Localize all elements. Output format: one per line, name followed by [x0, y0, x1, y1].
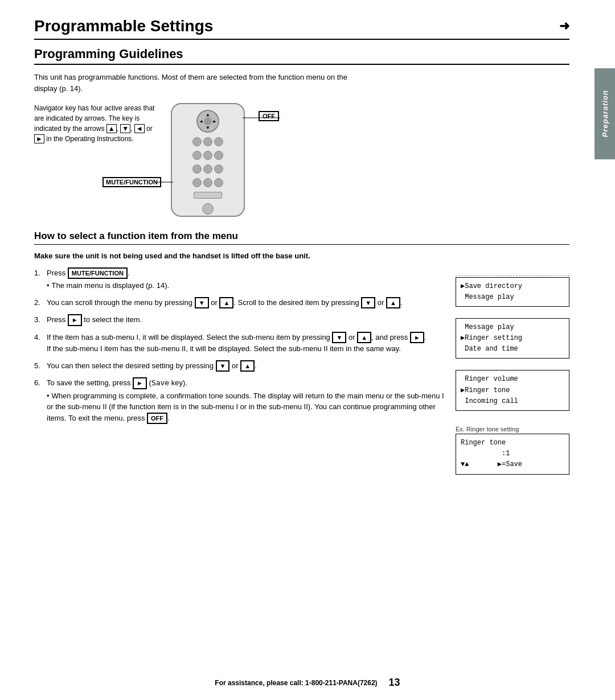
- lcd-screen-4: Ex. Ringer tone setting Ringer tone :1 ▼…: [456, 426, 569, 475]
- navigator-section: Navigator key has four active areas that…: [34, 103, 569, 217]
- step-4: 4. If the item has a sub-menu I, it will…: [34, 332, 444, 355]
- section-title: Programming Guidelines: [34, 47, 569, 65]
- step-3: 3. Press ► to select the item.: [34, 314, 444, 326]
- button-grid-2: [192, 151, 223, 160]
- step-5-main: 5. You can then select the desired setti…: [34, 360, 444, 372]
- bottom-button: [202, 203, 214, 215]
- lcd4-label: Ex. Ringer tone setting: [456, 426, 569, 433]
- side-tab-label: Preparation: [601, 90, 609, 137]
- phone-diagram: OFF ▲ ▼ ◄ ►: [171, 103, 245, 217]
- step-3-main: 3. Press ► to select the item.: [34, 314, 444, 326]
- page-header: Programmable Settings ➜: [34, 17, 569, 40]
- up-key3: ▲: [357, 332, 371, 344]
- off-key: OFF: [147, 413, 167, 425]
- navigator-text: Navigator key has four active areas that…: [34, 103, 159, 144]
- step-4-text: If the item has a sub-menu I, it will be…: [47, 332, 427, 355]
- intro-text: This unit has programmable functions. Mo…: [34, 72, 353, 94]
- step-1-sub: The main menu is displayed (p. 14).: [47, 280, 444, 291]
- step-6-main: 6. To save the setting, press ► (Save ke…: [34, 377, 444, 389]
- lcd1-display: ▶Save directory Message play: [456, 277, 569, 307]
- step-6: 6. To save the setting, press ► (Save ke…: [34, 377, 444, 424]
- steps-right: ▶Save directory Message play Message pla…: [456, 267, 569, 475]
- down-key3: ▼: [332, 332, 346, 344]
- bold-note: Make sure the unit is not being used and…: [34, 250, 569, 262]
- nav-right-arrow: ►: [212, 119, 217, 124]
- nav-key: ▲ ▼ ◄ ►: [196, 110, 219, 133]
- btn12: [214, 178, 223, 187]
- steps-layout: 1. Press MUTE/FUNCTION. The main menu is…: [34, 267, 569, 475]
- btn7: [192, 164, 202, 174]
- step-5: 5. You can then select the desired setti…: [34, 360, 444, 372]
- button-grid-4: [192, 178, 223, 187]
- down-key4: ▼: [216, 360, 230, 372]
- step-2: 2. You can scroll through the menu by pr…: [34, 297, 444, 309]
- phone-illustration: ▲ ▼ ◄ ►: [171, 103, 245, 217]
- mute-label: MUTE/FUNCTION: [102, 177, 161, 187]
- up-key: ▲: [219, 297, 233, 309]
- steps-left: 1. Press MUTE/FUNCTION. The main menu is…: [34, 267, 444, 475]
- btn9: [214, 164, 223, 174]
- step-3-text: Press ► to select the item.: [47, 314, 142, 326]
- down-key: ▼: [195, 297, 209, 309]
- lcd2-display: Message play ▶Ringer setting Date and ti…: [456, 318, 569, 359]
- up-key2: ▲: [386, 297, 400, 309]
- step-1: 1. Press MUTE/FUNCTION. The main menu is…: [34, 267, 444, 291]
- step-6-text: To save the setting, press ► (Save key).: [47, 377, 187, 389]
- step-1-text: Press MUTE/FUNCTION.: [47, 267, 130, 279]
- page-container: Preparation Programmable Settings ➜ Prog…: [0, 0, 615, 700]
- nav-up-arrow: ▲: [206, 112, 210, 117]
- off-line: [243, 114, 280, 121]
- btn5: [203, 151, 212, 160]
- btn4: [192, 151, 202, 160]
- nav-down-arrow: ▼: [206, 125, 210, 130]
- footer-pagenum: 13: [389, 677, 400, 689]
- lcd-screen-1: ▶Save directory Message play: [456, 275, 569, 307]
- btn11: [203, 178, 212, 187]
- step-2-text: You can scroll through the menu by press…: [47, 297, 402, 309]
- btn3: [214, 137, 223, 146]
- lcd1-dashes: [456, 275, 569, 276]
- page-title: Programmable Settings: [34, 17, 559, 35]
- right-key3: ►: [133, 377, 147, 389]
- lcd-screen-2: Message play ▶Ringer setting Date and ti…: [456, 318, 569, 359]
- step-1-main: 1. Press MUTE/FUNCTION.: [34, 267, 444, 279]
- lcd3-display: Ringer volume ▶Ringer tone Incoming call: [456, 370, 569, 411]
- right-key: ►: [68, 314, 82, 326]
- btn1: [192, 137, 202, 146]
- btn10: [192, 178, 202, 187]
- btn8: [203, 164, 212, 174]
- button-grid-3: [192, 164, 223, 174]
- page-footer: For assistance, please call: 1-800-211-P…: [0, 677, 615, 689]
- button-grid-1: [192, 137, 223, 146]
- up-key4: ▲: [240, 360, 255, 372]
- header-arrow: ➜: [559, 19, 569, 34]
- down-key2: ▼: [361, 297, 375, 309]
- mute-function-key: MUTE/FUNCTION: [68, 267, 128, 279]
- btn2: [203, 137, 212, 146]
- btn6: [214, 151, 223, 160]
- mute-line: [155, 179, 173, 186]
- nav-left-arrow: ◄: [199, 119, 203, 124]
- footer-assist: For assistance, please call: 1-800-211-P…: [215, 679, 377, 687]
- step-2-main: 2. You can scroll through the menu by pr…: [34, 297, 444, 309]
- navigator-label: Navigator key has four active areas that…: [34, 104, 154, 143]
- subsection-title: How to select a function item from the m…: [34, 230, 569, 245]
- side-tab: Preparation: [594, 68, 615, 159]
- nav-center: [204, 117, 212, 125]
- lcd-screen-3: Ringer volume ▶Ringer tone Incoming call: [456, 370, 569, 411]
- step-4-main: 4. If the item has a sub-menu I, it will…: [34, 332, 444, 355]
- step-5-text: You can then select the desired setting …: [47, 360, 257, 372]
- lcd4-display: Ringer tone :1 ▼▲ ▶=Save: [456, 434, 569, 475]
- mute-button: [194, 192, 222, 199]
- main-content: Programmable Settings ➜ Programming Guid…: [0, 0, 615, 700]
- right-key2: ►: [410, 332, 424, 344]
- step-6-sub: When programming is complete, a confirma…: [47, 390, 444, 425]
